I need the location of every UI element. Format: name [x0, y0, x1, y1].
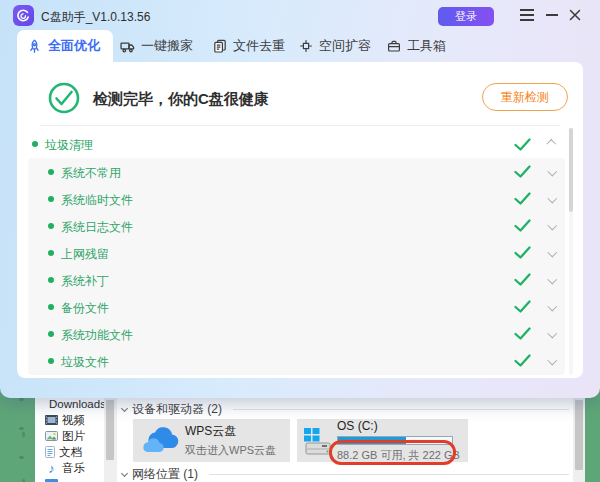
videos-icon — [45, 415, 58, 425]
close-icon[interactable] — [564, 0, 586, 30]
sidebar-item-downloads[interactable]: Downloads — [35, 396, 104, 412]
sidebar-item-partial[interactable] — [35, 476, 104, 482]
green-bullet-icon — [48, 223, 54, 229]
duplicate-files-icon — [213, 39, 227, 53]
green-bullet-icon — [48, 304, 54, 310]
chevron-down-icon[interactable] — [548, 194, 557, 203]
chevron-up-icon[interactable] — [547, 140, 556, 149]
check-icon — [514, 273, 531, 286]
scan-item-label: 上网残留 — [61, 246, 109, 263]
tab-label: 空间扩容 — [319, 37, 371, 55]
capacity-bar — [337, 436, 453, 445]
sidebar-item-label: 视频 — [62, 413, 85, 428]
green-bullet-icon — [48, 277, 54, 283]
expand-space-icon — [299, 39, 313, 53]
scrollbar-thumb[interactable] — [106, 400, 114, 460]
collapse-chevron-icon[interactable] — [121, 404, 128, 411]
tab-full-optimization[interactable]: 全面优化 — [17, 30, 113, 62]
explorer-main: 设备和驱动器 (2) WPS云盘 双击进入WPS云盘 — [117, 396, 573, 482]
app-logo-icon — [13, 5, 34, 26]
status-message: 检测完毕，你的C盘很健康 — [93, 90, 269, 109]
scan-item-label: 系统临时文件 — [61, 192, 133, 209]
scan-item-row[interactable]: 备份文件 — [28, 293, 565, 320]
window-title: C盘助手_V1.0.13.56 — [41, 9, 150, 26]
drive-capacity-text: 88.2 GB 可用, 共 222 GB — [337, 448, 460, 463]
windows-drive-icon — [302, 425, 332, 457]
sidebar-item-music[interactable]: ♪ 音乐 — [35, 460, 104, 476]
sidebar-item-videos[interactable]: 视频 — [35, 412, 104, 428]
check-icon — [514, 246, 531, 259]
drive-name: OS (C:) — [337, 419, 460, 433]
scan-group-junk-cleanup[interactable]: 垃圾清理 — [17, 130, 583, 158]
tab-file-dedup[interactable]: 文件去重 — [203, 30, 295, 62]
chevron-down-icon[interactable] — [548, 167, 557, 176]
wps-cloud-drive-tile[interactable]: WPS云盘 双击进入WPS云盘 — [133, 419, 290, 462]
sidebar-item-label: Downloads — [49, 398, 106, 410]
check-icon — [514, 165, 531, 178]
section-title: 网络位置 (1) — [132, 466, 198, 482]
recheck-button[interactable]: 重新检测 — [482, 83, 568, 111]
tab-label: 文件去重 — [233, 37, 285, 55]
scrollbar-thumb[interactable] — [575, 400, 583, 470]
collapse-chevron-icon[interactable] — [121, 469, 128, 476]
tab-label: 全面优化 — [48, 37, 100, 55]
optimize-rocket-icon — [27, 39, 42, 54]
chevron-down-icon[interactable] — [548, 221, 557, 230]
sidebar-item-label: 音乐 — [62, 461, 85, 476]
chevron-down-icon[interactable] — [548, 248, 557, 257]
drive-name: WPS云盘 — [185, 423, 276, 440]
chevron-down-icon[interactable] — [548, 302, 557, 311]
scan-item-row[interactable]: 上网残留 — [28, 239, 565, 266]
panel-scrollbar[interactable] — [569, 128, 573, 375]
scan-item-label: 垃圾文件 — [61, 354, 109, 371]
os-c-drive-tile[interactable]: OS (C:) 88.2 GB 可用, 共 222 GB — [297, 419, 468, 462]
explorer-main-scrollbar[interactable] — [573, 396, 585, 482]
scrollbar-thumb[interactable] — [569, 128, 573, 212]
capacity-bar-fill — [338, 437, 406, 444]
scan-sublist: 系统不常用 系统临时文件 系统日志文件 上网残留 系统补丁 — [28, 158, 565, 375]
explorer-sidebar-scrollbar[interactable] — [104, 396, 117, 482]
chevron-down-icon[interactable] — [548, 275, 557, 284]
check-icon — [514, 219, 531, 232]
menu-icon[interactable] — [516, 0, 538, 30]
health-check-icon — [48, 82, 80, 114]
tab-space-expansion[interactable]: 空间扩容 — [289, 30, 381, 62]
login-button[interactable]: 登录 — [438, 7, 494, 26]
chevron-down-icon[interactable] — [548, 356, 557, 365]
scan-item-row[interactable]: 系统日志文件 — [28, 212, 565, 239]
documents-icon — [45, 446, 55, 458]
scan-item-row[interactable]: 系统补丁 — [28, 266, 565, 293]
devices-section-header[interactable]: 设备和驱动器 (2) — [117, 401, 573, 418]
scan-item-label: 系统补丁 — [61, 273, 109, 290]
explorer-sidebar: Downloads 视频 图片 文档 ♪ 音乐 — [35, 396, 104, 482]
titlebar[interactable]: C盘助手_V1.0.13.56 登录 — [0, 0, 600, 30]
moving-truck-icon — [120, 39, 135, 54]
toolbox-icon — [387, 39, 401, 53]
scan-item-label: 备份文件 — [61, 300, 109, 317]
tab-bar: 全面优化 一键搬家 文件去重 — [0, 30, 600, 62]
network-section-header[interactable]: 网络位置 (1) — [117, 466, 573, 482]
sidebar-item-pictures[interactable]: 图片 — [35, 428, 104, 444]
pictures-icon — [45, 431, 58, 441]
wps-cloud-icon — [141, 427, 179, 455]
check-icon — [514, 354, 531, 367]
file-explorer-window[interactable]: Downloads 视频 图片 文档 ♪ 音乐 — [35, 396, 585, 482]
screen: Downloads 视频 图片 文档 ♪ 音乐 — [0, 0, 600, 482]
green-bullet-icon — [48, 358, 54, 364]
scan-item-label: 系统不常用 — [61, 165, 121, 182]
sidebar-item-documents[interactable]: 文档 — [35, 444, 104, 460]
scan-item-row[interactable]: 垃圾文件 — [28, 347, 565, 374]
chevron-down-icon[interactable] — [548, 329, 557, 338]
music-note-icon: ♪ — [45, 462, 58, 475]
scan-item-label: 系统功能文件 — [61, 327, 133, 344]
scan-item-row[interactable]: 系统临时文件 — [28, 185, 565, 212]
tab-label: 工具箱 — [407, 37, 446, 55]
scan-item-row[interactable]: 系统不常用 — [28, 158, 565, 185]
minimize-icon[interactable] — [542, 0, 562, 30]
scan-group-label: 垃圾清理 — [45, 137, 93, 154]
divider — [40, 125, 560, 126]
green-bullet-icon — [48, 331, 54, 337]
tab-one-click-move[interactable]: 一键搬家 — [110, 30, 203, 62]
scan-item-row[interactable]: 系统功能文件 — [28, 320, 565, 347]
tab-toolbox[interactable]: 工具箱 — [377, 30, 456, 62]
